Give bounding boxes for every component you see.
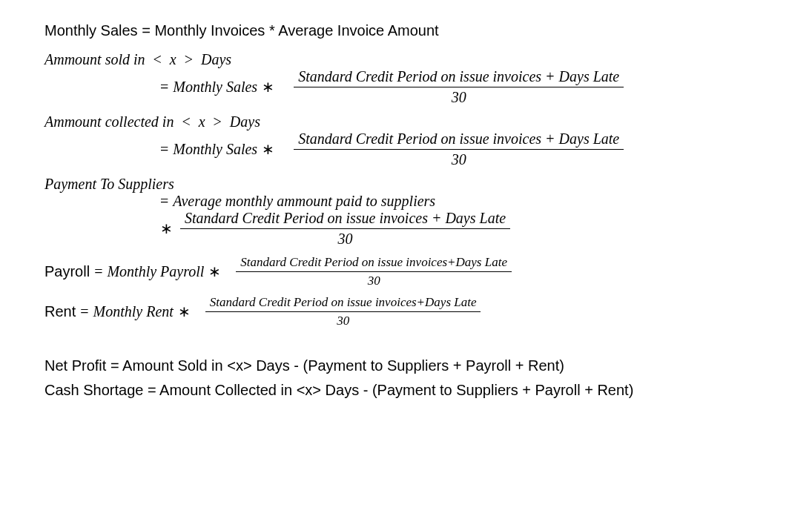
eq1-lt: < [154,51,162,67]
eq2-num: Standard Credit Period on issue invoices… [294,130,624,150]
eq3-mult: ∗ [160,220,173,237]
eq3-fraction: Standard Credit Period on issue invoices… [180,210,510,248]
eq1-lhs-post: Days [197,51,231,67]
equation-payroll: Payroll = Monthly Payroll ∗ Standard Cre… [44,255,768,288]
eq1-num: Standard Credit Period on issue invoices… [294,68,624,87]
eq2-lhs: Ammount collected in < x > Days [44,113,768,130]
eq1-x: x [166,51,180,67]
eq4-num: Standard Credit Period on issue invoices… [236,255,512,272]
eq4-monthly: Monthly Payroll [107,263,204,280]
eq4-eq: = [94,263,102,280]
eq4-label: Payroll [44,263,90,280]
eq5-math: = Monthly Rent ∗ Standard Credit Period … [76,295,483,328]
eq3-eq: = [160,193,168,210]
eq3-line1: = Average monthly ammount paid to suppli… [44,193,768,210]
eq4-math: = Monthly Payroll ∗ Standard Credit Peri… [90,255,515,288]
eq1-monthly-sales: Monthly Sales [173,79,257,96]
eq2-x: x [195,113,209,130]
equation-amount-collected: Ammount collected in < x > Days = Monthl… [44,113,768,168]
eq4-fraction: Standard Credit Period on issue invoices… [236,255,512,288]
eq2-lhs-post: Days [226,113,260,130]
eq2-lt: < [182,113,190,130]
eq1-eq: = [160,79,168,96]
eq1-den: 30 [452,87,466,106]
eq2-fraction: Standard Credit Period on issue invoices… [294,130,624,168]
eq3-num: Standard Credit Period on issue invoices… [180,210,510,229]
eq2-den: 30 [452,150,466,168]
eq4-mult: ∗ [208,263,221,280]
line-cash-shortage: Cash Shortage = Amount Collected in <x> … [44,382,768,399]
eq2-mult: ∗ [262,141,274,158]
eq5-label: Rent [44,303,76,320]
eq2-monthly-sales: Monthly Sales [173,141,257,158]
equation-payment-suppliers: Payment To Suppliers = Average monthly a… [44,176,768,248]
eq1-fraction: Standard Credit Period on issue invoices… [294,68,624,106]
eq2-eq: = [160,141,168,158]
eq3-line2: ∗ Standard Credit Period on issue invoic… [44,210,768,248]
eq5-eq: = [80,303,88,320]
eq1-gt: > [185,51,193,67]
eq2-lhs-pre: Ammount collected in [44,113,177,130]
eq5-num: Standard Credit Period on issue invoices… [205,295,481,312]
eq1-rhs: = Monthly Sales ∗ Standard Credit Period… [44,68,768,106]
eq3-avg: Average monthly ammount paid to supplier… [173,193,435,210]
eq2-gt: > [214,113,222,130]
eq5-mult: ∗ [178,303,191,320]
eq3-lhs: Payment To Suppliers [44,176,768,193]
line-monthly-sales: Monthly Sales = Monthly Invoices * Avera… [44,22,768,39]
line-net-profit: Net Profit = Amount Sold in <x> Days - (… [44,357,768,374]
eq1-lhs: Ammount sold in < x > Days [44,51,768,68]
eq5-den: 30 [337,312,349,328]
eq1-mult: ∗ [262,79,274,96]
equation-amount-sold: Ammount sold in < x > Days = Monthly Sal… [44,51,768,106]
eq5-fraction: Standard Credit Period on issue invoices… [205,295,481,328]
eq2-rhs: = Monthly Sales ∗ Standard Credit Period… [44,130,768,168]
eq5-monthly: Monthly Rent [93,303,174,320]
eq4-den: 30 [368,272,380,288]
equation-rent: Rent = Monthly Rent ∗ Standard Credit Pe… [44,295,768,328]
eq3-den: 30 [338,229,353,248]
eq1-lhs-pre: Ammount sold in [44,51,149,67]
